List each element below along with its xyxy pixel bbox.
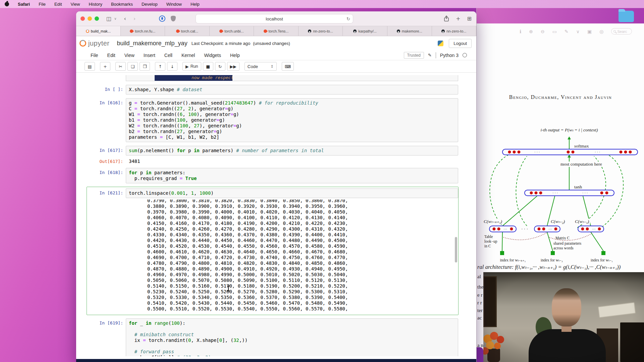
menubar-item-edit[interactable]: Edit <box>54 2 62 7</box>
code-editor[interactable]: X.shape, Y.shape # dataset <box>126 85 458 95</box>
chevron-down-icon[interactable]: ∨ <box>114 17 116 20</box>
menubar-item-develop[interactable]: Develop <box>142 2 158 7</box>
browser-tab[interactable]: karpathy/... <box>343 26 387 36</box>
menubar-item-history[interactable]: History <box>89 2 102 7</box>
reload-icon[interactable]: ↻ <box>346 16 350 21</box>
code-line: W1 = torch.randn((6, 100), generator=g) <box>129 112 455 117</box>
browser-tab[interactable]: nn-zero-to... <box>299 26 343 36</box>
menubar-item-view[interactable]: View <box>71 2 80 7</box>
browser-tab[interactable]: torch.cat... <box>165 26 210 36</box>
output-row: 0.5050, 0.5060, 0.5070, 0.5080, 0.5090, … <box>147 278 458 283</box>
menubar-item-safari[interactable]: Safari <box>18 2 30 7</box>
save-button[interactable]: ▤ <box>85 62 95 71</box>
svg-text:· · ·: · · · <box>595 150 600 154</box>
menubar-item-window[interactable]: Window <box>166 2 182 7</box>
menubar-item-bookmarks[interactable]: Bookmarks <box>111 2 133 7</box>
jupyter-menu-file[interactable]: File <box>91 53 98 58</box>
fast-forward-button[interactable]: ▶▶ <box>227 62 239 71</box>
restart-kernel-button[interactable]: ↻ <box>215 62 225 71</box>
logout-button[interactable]: Logout <box>449 39 472 48</box>
jupyter-menu-widgets[interactable]: Widgets <box>204 53 221 58</box>
notebook-title[interactable]: build_makemore_mlp_yay <box>117 40 187 47</box>
share-icon[interactable] <box>444 15 449 22</box>
jupyter-menu-insert[interactable]: Insert <box>144 53 155 58</box>
code-editor[interactable]: g = torch.Generator().manual_seed(214748… <box>126 98 458 142</box>
jupyter-menu-view[interactable]: View <box>124 53 135 58</box>
output-row: 0.4960, 0.4970, 0.4980, 0.4990, 0.5000, … <box>147 272 458 278</box>
browser-tab[interactable]: build_mak... <box>76 26 121 36</box>
privacy-shield-icon[interactable] <box>171 16 176 21</box>
close-window-button[interactable] <box>80 16 85 21</box>
zoom-window-button[interactable] <box>95 16 99 21</box>
command-palette-button[interactable]: ⌨ <box>282 62 294 71</box>
code-line: emb = C[X[ix]] # (32, 3, 2) <box>129 355 455 356</box>
stop-button[interactable]: ■ <box>203 62 213 71</box>
code-editor[interactable]: torch.linspace(0.001, 1, 1000) <box>126 188 458 198</box>
jupyter-logo-icon[interactable] <box>79 40 86 47</box>
menubar-item-file[interactable]: File <box>39 2 46 7</box>
output-scrollbar-thumb[interactable] <box>455 237 457 262</box>
code-cell-clipped[interactable]: now made respectable :) <box>126 75 458 81</box>
url-text: localhost <box>266 16 283 21</box>
move-down-button[interactable]: ↓ <box>167 62 177 71</box>
notebook-cell[interactable]: In [616]:g = torch.Generator().manual_se… <box>87 98 459 142</box>
notebook-cell[interactable]: In [619]:for _ in range(100): # minibatc… <box>87 318 459 356</box>
browser-tab[interactable]: nn-zero-to... <box>432 26 477 36</box>
password-manager-icon[interactable] <box>159 15 165 22</box>
notebook-cell[interactable]: In [ ]:X.shape, Y.shape # dataset <box>87 84 459 95</box>
code-editor[interactable]: for p in parameters: p.requires_grad = T… <box>126 168 458 183</box>
jupyter-menu-kernel[interactable]: Kernel <box>181 53 195 58</box>
browser-tab[interactable]: torch.unbi... <box>210 26 254 36</box>
cell-output-text: 3481 <box>126 157 458 164</box>
apple-menu-icon[interactable] <box>5 2 9 6</box>
cut-cell-icon: ✂ <box>119 64 122 69</box>
notebook-cell[interactable]: In [617]:sum(p.nelement() for p in param… <box>87 145 459 165</box>
back-icon[interactable]: ‹ <box>124 16 126 21</box>
notebook-cell-partial[interactable]: now made respectable :) <box>87 75 459 81</box>
svg-text:···: ··· <box>548 227 552 231</box>
github-icon <box>353 29 357 33</box>
kernel-status-icon <box>463 53 467 57</box>
jupyter-menubar: FileEditViewInsertCellKernelWidgetsHelp … <box>76 50 476 60</box>
jupyter-icon <box>86 29 89 33</box>
jupyter-menu-edit[interactable]: Edit <box>107 53 115 58</box>
edit-pencil-icon[interactable]: ✎ <box>428 53 432 58</box>
add-cell-button[interactable]: + <box>100 62 110 71</box>
notebook-cell-selected[interactable]: In [621]:torch.linspace(0.001, 1, 1000)0… <box>87 187 459 315</box>
checkpoint-status: Last Checkpoint: a minute ago <box>192 41 251 46</box>
jupyter-menu-cell[interactable]: Cell <box>164 53 172 58</box>
code-line: # forward pass <box>129 349 455 355</box>
diagram-shared-params-2: across words <box>552 246 575 250</box>
run-button[interactable]: ▶Run <box>182 62 201 71</box>
scrollable-output[interactable]: 0.3790, 0.3800, 0.3810, 0.3820, 0.3830, … <box>126 199 458 313</box>
cell-input-row: In [ ]:X.shape, Y.shape # dataset <box>87 85 458 95</box>
cell-input-prompt: In [617]: <box>87 146 126 156</box>
copy-cell-button[interactable]: ❏ <box>127 62 138 71</box>
code-line: X.shape, Y.shape # dataset <box>129 87 455 93</box>
menubar-item-help[interactable]: Help <box>191 2 200 7</box>
browser-tab[interactable]: makemore... <box>387 26 432 36</box>
architecture-diagram: · · ·· · · · · ·· · · ········· <box>477 8 644 273</box>
browser-tab[interactable]: torch.nn.fu... <box>121 26 165 36</box>
code-editor[interactable]: for _ in range(100): # minibatch constru… <box>126 318 458 356</box>
paper-fragment: r r <box>477 300 482 306</box>
paste-cell-icon: ❒ <box>143 64 147 69</box>
cell-type-select[interactable]: Code↕ <box>245 62 277 71</box>
tab-overview-icon[interactable]: ⊞ <box>467 16 472 21</box>
code-editor[interactable]: sum(p.nelement() for p in parameters) # … <box>126 146 458 156</box>
notebook-cell[interactable]: In [618]:for p in parameters: p.requires… <box>87 168 459 184</box>
browser-tab[interactable]: torch.Tens... <box>254 26 299 36</box>
minimize-window-button[interactable] <box>88 16 92 21</box>
jupyter-menu-help[interactable]: Help <box>230 53 240 58</box>
address-bar[interactable]: localhost ↻ <box>196 14 353 23</box>
new-tab-icon[interactable]: + <box>456 16 460 21</box>
move-up-button[interactable]: ↑ <box>155 62 165 71</box>
sidebar-icon[interactable]: ◫ <box>106 16 111 21</box>
pytorch-icon <box>129 28 134 33</box>
code-line: C = torch.randn((27, 2), generator=g) <box>129 106 455 112</box>
forward-icon[interactable]: › <box>133 16 136 21</box>
paste-cell-button[interactable]: ❒ <box>140 62 150 71</box>
cut-cell-button[interactable]: ✂ <box>115 62 126 71</box>
jupyter-logo-text[interactable]: jupyter <box>88 40 110 47</box>
cell-input-row: In [617]:sum(p.nelement() for p in param… <box>87 146 458 156</box>
